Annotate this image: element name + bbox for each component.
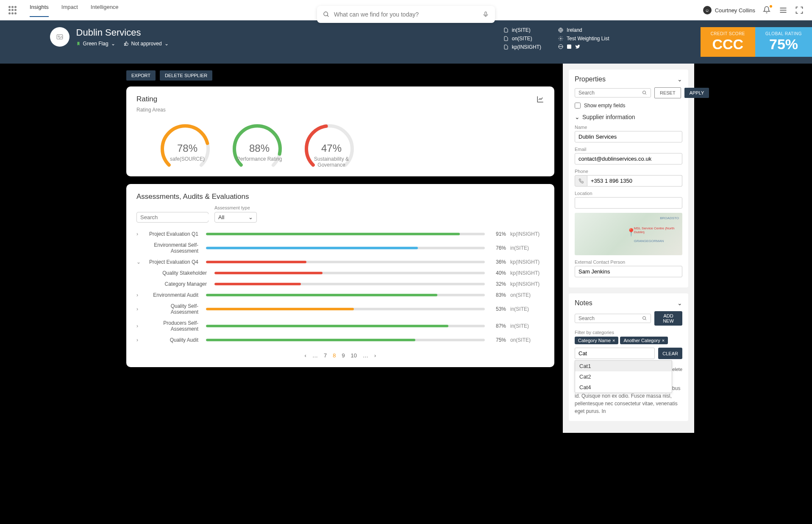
gauge-label: Performance Rating [230,156,289,162]
search-input[interactable] [330,11,482,18]
assessment-pct: 40% [489,270,506,276]
user-name: Courtney Collins [715,7,755,14]
props-search-input[interactable] [578,90,642,96]
page-link[interactable]: 7 [324,352,327,359]
social-links[interactable] [558,44,609,49]
export-button[interactable]: EXPORT [126,70,156,81]
page-link[interactable]: 8 [333,352,336,359]
close-icon[interactable]: × [662,338,665,343]
page-link[interactable]: ‹ [305,352,306,359]
add-note-button[interactable]: ADD NEW [654,311,682,326]
page-link[interactable]: 9 [342,352,345,359]
type-select[interactable]: All ⌄ [214,212,257,223]
expand-icon[interactable]: › [136,306,142,312]
menu-icon[interactable] [779,6,787,14]
page-link[interactable]: › [374,352,376,359]
progress-bar [206,339,485,341]
name-label: Name [575,125,682,130]
progress-bar [214,272,485,274]
clear-button[interactable]: CLEAR [658,348,682,359]
chevron-down-icon[interactable]: ⌄ [677,300,682,307]
filter-tag[interactable]: Category Name × [575,337,618,344]
show-empty-checkbox[interactable] [575,103,581,109]
assessment-source: kp(INSIGHT) [510,281,544,287]
delete-supplier-button[interactable]: DELETE SUPPLIER [160,70,212,81]
gauge: 88% Performance Rating [230,121,289,168]
supplier-avatar [50,27,70,47]
expand-icon[interactable]: ⌄ [136,259,142,265]
filter-tag[interactable]: Another Category × [620,337,668,344]
page-link[interactable]: … [363,352,368,359]
flag-badge[interactable]: Green Flag ⌄ [76,41,115,47]
assessment-row[interactable]: Environmental Self-Assessment 76% in(SIT… [136,240,544,256]
dropdown-option[interactable]: Cat4 [575,382,672,393]
twitter-icon[interactable] [575,44,580,49]
reset-button[interactable]: RESET [654,87,681,98]
nav-insights[interactable]: Insights [30,4,49,17]
expand-icon[interactable]: › [136,323,142,329]
logo[interactable] [8,6,17,14]
chart-icon[interactable] [537,95,544,103]
web-icon[interactable] [558,44,563,49]
phone-icon [575,175,587,187]
linkedin-icon[interactable] [567,44,572,49]
phone-input[interactable] [587,175,682,187]
assessment-pct: 76% [489,245,506,251]
assessment-source: in(SITE) [510,323,544,329]
category-input[interactable] [575,348,655,359]
expand-icon[interactable]: › [136,292,142,298]
close-icon[interactable]: × [612,338,615,343]
fullscreen-icon[interactable] [795,6,804,14]
assessment-row[interactable]: › Environmental Audit 83% on(SITE) [136,290,544,301]
external-input[interactable] [575,266,682,277]
progress-bar [206,247,485,249]
notes-search-input[interactable] [578,315,642,321]
category-dropdown[interactable]: Cat1Cat2Cat4 [575,360,672,393]
supplier-title: Dublin Services [76,27,169,38]
assess-search-input[interactable] [140,214,211,220]
svg-point-9 [560,38,562,39]
global-search[interactable] [317,6,495,23]
assessment-name: Quality Audit [147,337,202,343]
progress-bar [206,261,485,263]
assessment-row[interactable]: Quality Stakeholder 40% kp(INSIGHT) [136,268,544,279]
user-badge[interactable]: ☺ Courtney Collins [703,6,755,14]
meta-weighting: Test Weighting List [558,36,609,42]
svg-line-23 [645,319,647,321]
assessment-row[interactable]: › Quality Audit 75% on(SITE) [136,334,544,346]
page-link[interactable]: 10 [351,352,357,359]
expand-icon[interactable]: › [136,337,142,343]
assessment-source: in(SITE) [510,245,544,251]
notes-search[interactable] [575,314,651,323]
gauge: 47% Sustainability & Governance [302,121,361,168]
assess-search[interactable] [136,212,209,223]
dropdown-option[interactable]: Cat1 [575,361,672,371]
assessment-row[interactable]: ⌄ Project Evaluation Q4 36% kp(INSIGHT) [136,256,544,268]
expand-icon[interactable]: › [136,231,142,237]
properties-panel: Properties ⌄ RESET APPLY Show empty fiel… [569,70,688,287]
approval-badge[interactable]: Not approved ⌄ [124,41,169,47]
mic-icon[interactable] [482,11,489,18]
page-link[interactable]: … [312,352,318,359]
assessment-row[interactable]: Category Manager 32% kp(INSIGHT) [136,279,544,290]
name-input[interactable] [575,131,682,142]
progress-bar [206,233,485,235]
assessment-row[interactable]: › Quality Self-Assessment 53% in(SITE) [136,301,544,318]
email-input[interactable] [575,153,682,164]
props-search[interactable] [575,88,651,98]
location-input[interactable] [575,197,682,209]
chevron-down-icon[interactable]: ⌄ [677,76,682,83]
nav-impact[interactable]: Impact [61,4,78,17]
assessment-row[interactable]: › Producers Self-Assessment 87% in(SITE) [136,318,544,334]
chevron-down-icon: ⌄ [164,41,169,47]
section-supplier-info[interactable]: ⌄ Supplier information [575,114,682,120]
location-map[interactable]: 📍 BROADSTO MSL Service Centre (North Dub… [575,213,682,255]
nav-intelligence[interactable]: Intelligence [91,4,119,17]
dropdown-option[interactable]: Cat2 [575,371,672,382]
apply-button[interactable]: APPLY [684,88,709,98]
assessment-name: Environmental Audit [147,292,202,298]
meta-kpinsight: kp(INSIGHT) [503,44,541,50]
notification-icon[interactable] [763,6,771,14]
meta-insite: in(SITE) [503,27,541,33]
assessment-row[interactable]: › Project Evaluation Q1 91% kp(INSIGHT) [136,229,544,240]
